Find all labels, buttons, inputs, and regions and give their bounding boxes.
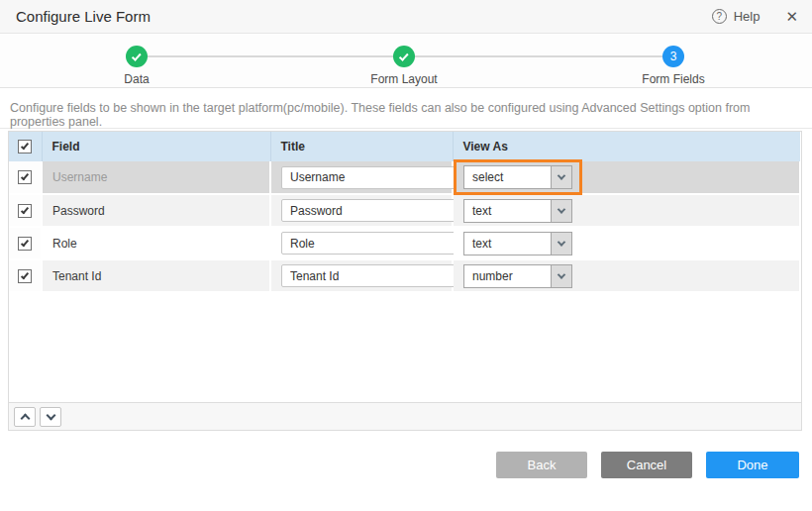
fields-table-container: Field Title View As Username select (8, 131, 802, 431)
step-form-fields[interactable]: 3 Form Fields (614, 46, 733, 86)
row-checkbox[interactable] (18, 237, 32, 251)
row-checkbox[interactable] (18, 170, 32, 184)
field-name: Tenant Id (42, 259, 270, 292)
column-header-title: Title (270, 132, 453, 161)
description-band: Configure fields to be shown in the targ… (0, 88, 812, 129)
select-all-checkbox[interactable] (18, 140, 32, 153)
view-as-value: text (464, 204, 551, 218)
step-label: Form Fields (642, 72, 704, 86)
view-as-value: select (464, 170, 551, 184)
dialog-titlebar: Configure Live Form ? Help ✕ (0, 0, 812, 34)
dialog-footer: Back Cancel Done (0, 429, 812, 511)
row-checkbox[interactable] (18, 269, 32, 283)
close-icon[interactable]: ✕ (785, 9, 798, 24)
check-icon (21, 271, 29, 280)
wizard-stepper: Data Form Layout 3 Form Fields (0, 34, 812, 88)
table-row[interactable]: Password text (9, 194, 800, 227)
step-label: Data (124, 72, 149, 86)
table-header-row: Field Title View As (9, 132, 800, 161)
move-down-button[interactable] (40, 407, 61, 427)
cancel-button[interactable]: Cancel (601, 452, 692, 478)
title-input[interactable] (281, 232, 457, 255)
view-as-select[interactable]: number (463, 264, 572, 288)
title-input[interactable] (281, 166, 457, 189)
step-label: Form Layout (370, 72, 437, 86)
step-form-layout[interactable]: Form Layout (345, 46, 463, 86)
select-dropdown-button[interactable] (551, 200, 571, 222)
reorder-toolbar (9, 402, 801, 430)
check-icon (21, 206, 29, 215)
help-button[interactable]: ? Help (712, 9, 761, 24)
column-header-view-as: View As (453, 132, 800, 161)
table-row[interactable]: Username select (9, 161, 800, 194)
view-as-value: text (464, 237, 551, 251)
step-complete-icon (393, 46, 415, 67)
chevron-down-icon (558, 205, 565, 213)
step-number-badge: 3 (662, 46, 684, 67)
fields-table: Field Title View As Username select (9, 132, 801, 293)
row-checkbox[interactable] (18, 204, 32, 218)
table-empty-area (9, 293, 801, 402)
help-icon: ? (712, 9, 727, 24)
check-icon (21, 239, 29, 248)
view-as-value: number (464, 269, 551, 283)
select-dropdown-button[interactable] (551, 166, 571, 188)
step-complete-icon (126, 46, 148, 67)
check-icon (131, 51, 141, 60)
move-up-button[interactable] (14, 407, 36, 427)
help-label: Help (734, 9, 761, 24)
move-up-icon (20, 413, 30, 423)
description-text: Configure fields to be shown in the targ… (10, 101, 802, 129)
title-input[interactable] (281, 264, 457, 287)
view-as-select[interactable]: select (463, 165, 572, 189)
table-row[interactable]: Role text (9, 227, 800, 259)
back-button[interactable]: Back (496, 452, 587, 478)
done-button[interactable]: Done (706, 452, 799, 478)
field-name: Username (42, 161, 270, 194)
chevron-down-icon (558, 171, 565, 179)
column-header-field: Field (42, 132, 270, 161)
select-dropdown-button[interactable] (551, 265, 571, 287)
view-as-select[interactable]: text (463, 232, 572, 256)
select-dropdown-button[interactable] (551, 233, 571, 255)
step-data[interactable]: Data (77, 46, 196, 86)
check-icon (398, 51, 408, 60)
check-icon (21, 142, 29, 151)
chevron-down-icon (558, 238, 565, 246)
view-as-select[interactable]: text (463, 199, 572, 223)
field-name: Password (42, 194, 270, 227)
chevron-down-icon (558, 270, 565, 278)
check-icon (21, 172, 29, 181)
field-name: Role (42, 227, 270, 259)
page-title: Configure Live Form (16, 8, 151, 25)
title-input[interactable] (281, 199, 457, 222)
table-row[interactable]: Tenant Id number (9, 259, 800, 292)
move-down-icon (46, 410, 55, 420)
